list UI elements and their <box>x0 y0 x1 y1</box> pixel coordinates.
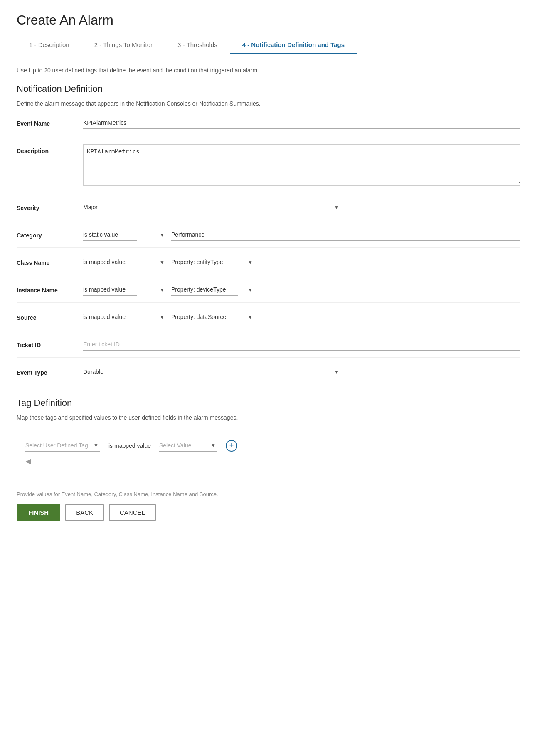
class-name-value-chevron-icon: ▼ <box>248 259 253 265</box>
instance-name-type-chevron-icon: ▼ <box>160 287 165 293</box>
source-right-wrapper: Property: dataSource Property: deviceTyp… <box>171 311 254 323</box>
select-value-select[interactable]: Select Value <box>159 440 217 451</box>
category-type-chevron-icon: ▼ <box>160 232 165 238</box>
category-left-wrapper: is static value is mapped value ▼ <box>83 229 166 241</box>
source-type-select[interactable]: is mapped value is static value <box>83 311 137 323</box>
class-name-right-wrapper: Property: entityType Property: deviceTyp… <box>171 256 254 268</box>
back-button[interactable]: BACK <box>65 504 104 521</box>
event-name-label: Event Name <box>17 117 83 127</box>
add-tag-button[interactable]: + <box>226 440 237 452</box>
page-title: Create An Alarm <box>17 12 520 28</box>
event-name-row: Event Name <box>17 117 520 136</box>
category-label: Category <box>17 229 83 239</box>
source-type-chevron-icon: ▼ <box>160 314 165 320</box>
instance-name-type-select[interactable]: is mapped value is static value <box>83 284 137 296</box>
tag-definition-desc: Map these tags and specified values to t… <box>17 414 520 421</box>
class-name-left-wrapper: is mapped value is static value ▼ <box>83 256 166 268</box>
category-type-select[interactable]: is static value is mapped value <box>83 229 137 241</box>
finish-button[interactable]: FINISH <box>17 504 60 521</box>
source-row: Source is mapped value is static value ▼… <box>17 311 520 330</box>
instance-name-left-wrapper: is mapped value is static value ▼ <box>83 284 166 296</box>
category-row: Category is static value is mapped value… <box>17 229 520 248</box>
event-type-select[interactable]: Durable Momentary <box>83 366 133 378</box>
ticket-id-label: Ticket ID <box>17 338 83 348</box>
instance-name-control: is mapped value is static value ▼ Proper… <box>83 284 520 296</box>
event-type-row: Event Type Durable Momentary ▼ <box>17 366 520 385</box>
instance-name-right-wrapper: Property: deviceType Property: entityTyp… <box>171 284 254 296</box>
source-control: is mapped value is static value ▼ Proper… <box>83 311 520 323</box>
tabs-bar: 1 - Description 2 - Things To Monitor 3 … <box>17 36 520 54</box>
source-left-wrapper: is mapped value is static value ▼ <box>83 311 166 323</box>
cancel-button[interactable]: CANCEL <box>109 504 156 521</box>
tag-mapped-value-label: is mapped value <box>108 442 151 449</box>
tag-definition-row: Select User Defined Tag ▼ is mapped valu… <box>25 440 512 452</box>
tab-description[interactable]: 1 - Description <box>17 36 82 54</box>
ticket-id-control <box>83 338 520 351</box>
tab-notification-definition[interactable]: 4 - Notification Definition and Tags <box>230 36 357 54</box>
user-defined-tag-select[interactable]: Select User Defined Tag <box>25 440 100 451</box>
severity-row: Severity Major Minor Critical Warning ▼ <box>17 201 520 220</box>
severity-select-wrapper: Major Minor Critical Warning ▼ <box>83 201 341 213</box>
severity-chevron-icon: ▼ <box>334 205 339 210</box>
footer-note: Provide values for Event Name, Category,… <box>17 491 520 497</box>
event-type-label: Event Type <box>17 366 83 376</box>
notification-definition-desc: Define the alarm message that appears in… <box>17 100 520 107</box>
class-name-row: Class Name is mapped value is static val… <box>17 256 520 275</box>
description-label: Description <box>17 144 83 154</box>
source-value-select[interactable]: Property: dataSource Property: deviceTyp… <box>171 311 238 323</box>
tab-things-to-monitor[interactable]: 2 - Things To Monitor <box>82 36 165 54</box>
instance-name-label: Instance Name <box>17 284 83 294</box>
ticket-id-row: Ticket ID <box>17 338 520 358</box>
class-name-control: is mapped value is static value ▼ Proper… <box>83 256 520 268</box>
class-name-type-select[interactable]: is mapped value is static value <box>83 256 137 268</box>
tag-definition-box: Select User Defined Tag ▼ is mapped valu… <box>17 431 520 474</box>
event-name-input[interactable] <box>83 117 520 129</box>
tab-thresholds[interactable]: 3 - Thresholds <box>165 36 230 54</box>
severity-select[interactable]: Major Minor Critical Warning <box>83 201 133 213</box>
ticket-id-input[interactable] <box>83 338 520 351</box>
event-name-control <box>83 117 520 129</box>
source-label: Source <box>17 311 83 321</box>
instance-name-row: Instance Name is mapped value is static … <box>17 284 520 303</box>
notification-definition-title: Notification Definition <box>17 84 520 94</box>
tag-definition-section: Tag Definition Map these tags and specif… <box>17 398 520 474</box>
description-input[interactable] <box>83 144 520 186</box>
user-defined-tag-wrapper: Select User Defined Tag ▼ <box>25 440 100 452</box>
severity-control: Major Minor Critical Warning ▼ <box>83 201 520 213</box>
action-buttons: FINISH BACK CANCEL <box>17 504 520 521</box>
class-name-value-select[interactable]: Property: entityType Property: deviceTyp… <box>171 256 238 268</box>
class-name-label: Class Name <box>17 256 83 266</box>
category-value-input[interactable] <box>171 229 520 241</box>
category-control: is static value is mapped value ▼ <box>83 229 520 241</box>
event-type-wrapper: Durable Momentary ▼ <box>83 366 341 378</box>
class-name-type-chevron-icon: ▼ <box>160 259 165 265</box>
description-row: Description <box>17 144 520 193</box>
event-type-control: Durable Momentary ▼ <box>83 366 520 378</box>
tag-definition-title: Tag Definition <box>17 398 520 408</box>
intro-text: Use Up to 20 user defined tags that defi… <box>17 67 520 74</box>
source-value-chevron-icon: ▼ <box>248 314 253 320</box>
instance-name-value-select[interactable]: Property: deviceType Property: entityTyp… <box>171 284 238 296</box>
severity-label: Severity <box>17 201 83 211</box>
event-type-chevron-icon: ▼ <box>334 369 339 375</box>
instance-name-value-chevron-icon: ▼ <box>248 287 253 293</box>
scroll-left-icon[interactable]: ◀ <box>25 457 512 466</box>
select-value-wrapper: Select Value ▼ <box>159 440 217 452</box>
description-control <box>83 144 520 186</box>
